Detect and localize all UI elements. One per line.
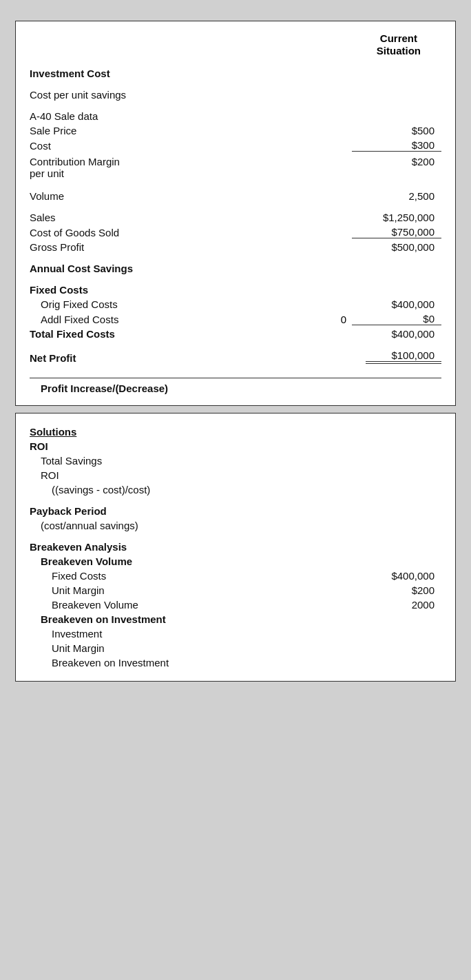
total-savings-label: Total Savings — [41, 455, 441, 467]
cogs-label: Cost of Goods Sold — [30, 227, 352, 238]
breakeven-investment-sub-label: Breakeven on Investment — [52, 657, 441, 668]
fixed-costs-header-row: Fixed Costs — [30, 283, 441, 297]
gross-profit-row: Gross Profit $500,000 — [30, 240, 441, 254]
breakeven-investment-sub-row: Breakeven on Investment — [30, 655, 441, 670]
addl-fixed-costs-row: Addl Fixed Costs 0 $0 — [30, 312, 441, 327]
orig-fixed-costs-row: Orig Fixed Costs $400,000 — [30, 297, 441, 312]
roi-formula-label: ((savings - cost)/cost) — [52, 484, 441, 496]
contribution-margin-value: $200 — [352, 156, 441, 167]
breakeven-volume-value-row: Breakeven Volume 2000 — [30, 598, 441, 612]
section-2: Solutions ROI Total Savings ROI ((saving… — [15, 413, 456, 682]
fixed-costs-header: Fixed Costs — [30, 284, 441, 296]
addl-zero: 0 — [341, 314, 346, 325]
annual-cost-savings-label: Annual Cost Savings — [30, 263, 441, 274]
contribution-margin-row: Contribution Margin per unit $200 — [30, 153, 441, 182]
payback-formula-label: (cost/annual savings) — [41, 520, 441, 531]
payback-period-label: Payback Period — [30, 505, 441, 517]
profit-increase-label: Profit Increase/(Decrease) — [30, 382, 168, 394]
total-fixed-costs-row: Total Fixed Costs $400,000 — [30, 327, 441, 341]
total-fixed-costs-value: $400,000 — [352, 328, 441, 340]
net-profit-row: Net Profit $100,000 — [30, 348, 441, 365]
addl-fixed-costs-value: $0 — [352, 313, 441, 325]
net-profit-value: $100,000 — [366, 349, 441, 364]
total-fixed-costs-label: Total Fixed Costs — [30, 328, 352, 340]
roi-label: ROI — [30, 440, 441, 452]
addl-fixed-costs-label: Addl Fixed Costs — [41, 314, 341, 325]
net-profit-label: Net Profit — [30, 352, 366, 364]
cogs-value: $750,000 — [352, 226, 441, 238]
cogs-row: Cost of Goods Sold $750,000 — [30, 225, 441, 240]
investment-cost-row: Investment Cost — [30, 66, 441, 81]
investment-cost-label: Investment Cost — [30, 68, 441, 79]
cost-label: Cost — [30, 140, 352, 152]
sales-label: Sales — [30, 212, 352, 223]
unit-margin2-label: Unit Margin — [52, 642, 441, 654]
sales-value: $1,250,000 — [352, 212, 441, 223]
orig-fixed-costs-label: Orig Fixed Costs — [41, 298, 352, 310]
unit-margin2-row: Unit Margin — [30, 641, 441, 655]
gross-profit-value: $500,000 — [352, 241, 441, 253]
breakeven-volume-row: Breakeven Volume — [30, 554, 441, 569]
bev-fixed-costs-row: Fixed Costs $400,000 — [30, 569, 441, 583]
sale-price-label: Sale Price — [30, 125, 352, 136]
cost-per-unit-label: Cost per unit savings — [30, 89, 441, 101]
unit-margin-label: Unit Margin — [52, 584, 352, 596]
solutions-row: Solutions — [30, 425, 441, 439]
cost-per-unit-row: Cost per unit savings — [30, 88, 441, 102]
a40-label: A-40 Sale data — [30, 110, 441, 122]
volume-row: Volume 2,500 — [30, 189, 441, 203]
payback-period-row: Payback Period — [30, 504, 441, 518]
breakeven-analysis-label: Breakeven Analysis — [30, 541, 441, 553]
sales-row: Sales $1,250,000 — [30, 210, 441, 225]
unit-margin-row: Unit Margin $200 — [30, 583, 441, 598]
annual-cost-savings-row: Annual Cost Savings — [30, 261, 441, 276]
a40-row: A-40 Sale data — [30, 109, 441, 123]
volume-label: Volume — [30, 190, 352, 202]
header-row: Current Situation — [30, 32, 441, 57]
unit-margin-value: $200 — [352, 584, 441, 596]
bev-fixed-costs-value: $400,000 — [352, 570, 441, 582]
roi-formula-row: ((savings - cost)/cost) — [30, 482, 441, 497]
investment-row: Investment — [30, 626, 441, 641]
roi-sub-row: ROI — [30, 468, 441, 482]
breakeven-analysis-row: Breakeven Analysis — [30, 540, 441, 554]
roi-header-row: ROI — [30, 439, 441, 453]
breakeven-investment-row: Breakeven on Investment — [30, 612, 441, 626]
contribution-margin-label: Contribution Margin per unit — [30, 156, 352, 179]
breakeven-volume-sub-label: Breakeven Volume — [52, 599, 352, 611]
breakeven-volume-label: Breakeven Volume — [41, 555, 441, 567]
gross-profit-label: Gross Profit — [30, 241, 352, 253]
cost-row: Cost $300 — [30, 138, 441, 153]
cost-value: $300 — [352, 139, 441, 152]
current-situation-header: Current Situation — [377, 32, 421, 57]
sale-price-row: Sale Price $500 — [30, 123, 441, 138]
section-1: Current Situation Investment Cost Cost p… — [15, 21, 456, 406]
bev-fixed-costs-label: Fixed Costs — [52, 570, 352, 582]
investment-label: Investment — [52, 628, 441, 640]
sale-price-value: $500 — [352, 125, 441, 136]
total-savings-row: Total Savings — [30, 453, 441, 468]
orig-fixed-costs-value: $400,000 — [352, 298, 441, 310]
volume-value: 2,500 — [352, 190, 441, 202]
page-container: Current Situation Investment Cost Cost p… — [0, 14, 471, 688]
profit-increase-row: Profit Increase/(Decrease) — [30, 378, 441, 394]
payback-formula-row: (cost/annual savings) — [30, 518, 441, 533]
solutions-label: Solutions — [30, 426, 441, 438]
breakeven-volume-value: 2000 — [352, 599, 441, 611]
roi-sub-label: ROI — [41, 469, 441, 481]
breakeven-investment-label: Breakeven on Investment — [41, 613, 441, 625]
